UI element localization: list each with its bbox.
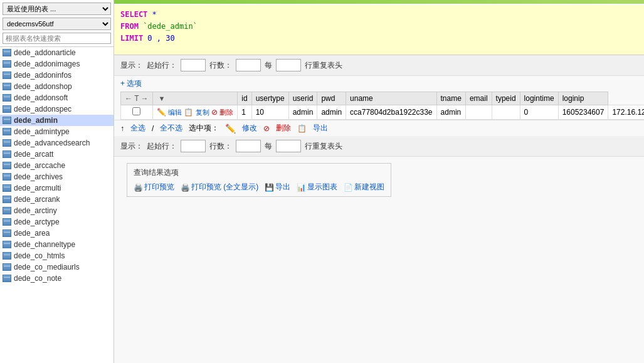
sidebar-item-dede_arcmulti[interactable]: dede_arcmulti — [0, 182, 113, 194]
options-link[interactable]: + 选项 — [120, 79, 142, 88]
sidebar-item-dede_addonsoft[interactable]: dede_addonsoft — [0, 92, 113, 103]
sidebar-item-label: dede_archives — [14, 172, 63, 181]
sidebar-item-dede_arcrank[interactable]: dede_arcrank — [0, 194, 113, 205]
edit-row-link[interactable]: 编辑 — [168, 108, 182, 116]
sidebar-item-dede_addonshop[interactable]: dede_addonshop — [0, 81, 113, 92]
query-result-link-显示图表[interactable]: 📊 显示图表 — [297, 182, 337, 192]
sep1: / — [152, 124, 154, 133]
th-email[interactable]: email — [465, 92, 492, 105]
row-checkbox[interactable] — [132, 107, 140, 115]
per-input-2[interactable]: 100 — [276, 140, 301, 152]
th-id[interactable]: id — [238, 92, 251, 105]
deselect-all-link[interactable]: 全不选 — [160, 123, 182, 134]
sidebar-item-dede_addonimages[interactable]: dede_addonimages — [0, 58, 113, 70]
table-icon — [3, 117, 11, 124]
sql-select-keyword: SELECT — [120, 10, 147, 19]
table-icon — [3, 263, 11, 271]
recent-tables-dropdown[interactable]: 最近使用的表 ... — [3, 3, 111, 15]
sidebar-item-dede_arcatt[interactable]: dede_arcatt — [0, 149, 113, 160]
sidebar-item-dede_admintype[interactable]: dede_admintype — [0, 126, 113, 137]
query-result-link-打印预览 (全文显示)[interactable]: 🖨️ 打印预览 (全文显示) — [181, 182, 258, 192]
query-results-title: 查询结果选项 — [134, 167, 384, 178]
table-icon — [3, 196, 11, 203]
sidebar-item-dede_co_note[interactable]: dede_co_note — [0, 273, 113, 284]
table-icon — [3, 184, 11, 192]
sidebar-item-label: dede_addonarticle — [14, 48, 76, 57]
sidebar-item-dede_admin[interactable]: dede_admin — [0, 115, 113, 126]
query-result-link-导出[interactable]: 💾 导出 — [265, 182, 290, 192]
table-icon — [3, 173, 11, 181]
th-typeid[interactable]: typeid — [492, 92, 520, 105]
sidebar-item-dede_addonarticle[interactable]: dede_addonarticle — [0, 47, 113, 58]
nav-right-arrow: → — [141, 94, 149, 103]
sql-editor[interactable]: SELECT * FROM `dede_admin` LIMIT 0 , 30 — [114, 5, 644, 55]
cell-id_val: 10 — [251, 105, 288, 120]
th-logintime[interactable]: logintime — [520, 92, 558, 105]
table-icon — [3, 60, 11, 68]
select-all-link[interactable]: 全选 — [130, 123, 145, 134]
table-icon — [3, 229, 11, 237]
start-input[interactable]: 0 — [181, 59, 206, 71]
th-uname[interactable]: uname — [346, 92, 436, 105]
sidebar-item-label: dede_addoninfos — [14, 71, 71, 80]
rows-input[interactable]: 30 — [236, 59, 261, 71]
table-icon — [3, 128, 11, 135]
table-search-input[interactable] — [3, 33, 111, 44]
query-result-link-打印预览[interactable]: 🖨️ 打印预览 — [134, 182, 174, 192]
display-toolbar-bottom: 显示： 起始行： 0 行数： 30 每 100 行重复表头 — [114, 136, 644, 157]
sidebar-item-dede_addonspec[interactable]: dede_addonspec — [0, 103, 113, 115]
delete-row-icon: ⊘ — [211, 108, 218, 117]
per-input[interactable]: 100 — [276, 59, 301, 71]
rows-input-2[interactable]: 30 — [236, 140, 261, 152]
sidebar-item-dede_addoninfos[interactable]: dede_addoninfos — [0, 70, 113, 81]
export-link-bottom[interactable]: 导出 — [313, 123, 328, 134]
sidebar-top: 最近使用的表 ... dedecmsv56utf — [0, 0, 113, 47]
options-bar[interactable]: + 选项 — [114, 76, 644, 92]
cell-logintime: 1605234607 — [558, 105, 608, 120]
sidebar-item-dede_arctype[interactable]: dede_arctype — [0, 216, 113, 228]
th-filter[interactable]: ▼ — [152, 92, 238, 105]
table-icon — [3, 139, 11, 147]
sidebar-item-label: dede_addonshop — [14, 82, 72, 91]
delete-row-link[interactable]: 删除 — [219, 108, 233, 116]
database-dropdown[interactable]: dedecmsv56utf — [3, 18, 111, 30]
start-input-2[interactable]: 0 — [181, 140, 206, 152]
sidebar-item-label: dede_addonsoft — [14, 93, 68, 102]
sidebar-item-dede_arccache[interactable]: dede_arccache — [0, 160, 113, 171]
sidebar-item-dede_co_htmls[interactable]: dede_co_htmls — [0, 250, 113, 261]
delete-link-bottom[interactable]: 删除 — [276, 123, 291, 134]
sql-limit-keyword: LIMIT — [120, 34, 143, 43]
sidebar-item-dede_advancedsearch[interactable]: dede_advancedsearch — [0, 137, 113, 149]
cell-tname — [465, 105, 492, 120]
nav-up-icon: ↑ — [120, 124, 124, 133]
start-label: 起始行： — [147, 60, 177, 71]
table-header-row: ← T → ▼ id usertype userid pwd uname tna… — [121, 92, 645, 105]
table-icon — [3, 105, 11, 113]
cell-pwd: cca77804d2ba1922c33e — [346, 105, 436, 120]
table-icon — [3, 150, 11, 158]
sidebar-item-dede_arctiny[interactable]: dede_arctiny — [0, 205, 113, 216]
cell-usertype: admin — [288, 105, 317, 120]
sql-from-keyword: FROM — [120, 22, 139, 31]
nav-left-arrow: ← — [125, 94, 132, 103]
cell-uname: admin — [436, 105, 465, 120]
bottom-actions: ↑ 全选 / 全不选 选中项： ✏️ 修改 ⊘ 删除 📋 导出 — [114, 120, 644, 136]
table-icon — [3, 71, 11, 79]
sidebar-item-dede_archives[interactable]: dede_archives — [0, 171, 113, 182]
table-icon — [3, 252, 11, 260]
th-tname[interactable]: tname — [436, 92, 465, 105]
row-number: 1 — [238, 105, 251, 120]
th-pwd[interactable]: pwd — [317, 92, 346, 105]
th-nav-left[interactable]: ← T → — [121, 92, 153, 105]
th-usertype[interactable]: usertype — [251, 92, 288, 105]
query-result-link-新建视图[interactable]: 📄 新建视图 — [344, 182, 384, 192]
edit-link[interactable]: 修改 — [242, 123, 257, 134]
table-icon — [3, 162, 11, 169]
sidebar-item-dede_channeltype[interactable]: dede_channeltype — [0, 239, 113, 250]
th-userid[interactable]: userid — [288, 92, 317, 105]
th-loginip[interactable]: loginip — [558, 92, 608, 105]
sidebar-item-dede_co_mediaurls[interactable]: dede_co_mediaurls — [0, 261, 113, 273]
table-icon — [3, 275, 11, 282]
copy-row-link[interactable]: 复制 — [196, 108, 209, 116]
sidebar-item-dede_area[interactable]: dede_area — [0, 228, 113, 239]
